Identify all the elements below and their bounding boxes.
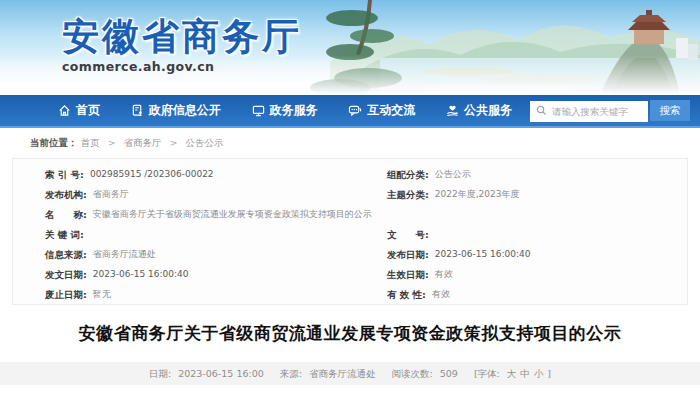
info-row-topic-category: 主题分类: 2022年度,2023年度 xyxy=(387,188,687,207)
breadcrumb-separator: > xyxy=(108,137,116,148)
search-icon xyxy=(536,105,547,116)
meta-font-close: ] xyxy=(547,368,551,379)
info-row-issue-date: 发文日期: 2023-06-15 16:00:40 xyxy=(45,268,365,287)
breadcrumb-label: 当前位置： xyxy=(30,137,78,148)
info-row-publish-date: 发布日期: 2023-06-15 16:00:40 xyxy=(387,248,687,267)
meta-font-label: [字体: xyxy=(474,368,503,379)
chat-icon xyxy=(348,104,362,117)
breadcrumb-separator: > xyxy=(170,137,178,148)
info-column-right: 组配分类: 公告公示 主题分类: 2022年度,2023年度 文 号: 发布日期… xyxy=(365,168,687,308)
info-row-spacer xyxy=(387,208,687,227)
info-column-left: 索 引 号: 002985915 /202306-00022 发布机构: 省商务… xyxy=(13,168,365,308)
nav-item-gov-info[interactable]: 政府信息公开 xyxy=(131,102,221,119)
site-logo[interactable]: 安徽省商务厅 commerce.ah.gov.cn xyxy=(62,17,302,74)
nav-label: 政府信息公开 xyxy=(149,102,221,119)
monitor-icon xyxy=(252,104,265,117)
nav-item-gov-services[interactable]: 政务服务 xyxy=(252,102,318,119)
breadcrumb-item-dept[interactable]: 省商务厅 xyxy=(124,137,162,148)
nav-items: 首页 政府信息公开 政务服务 互动交流 xyxy=(58,102,512,119)
article-meta-bar: 日期: 2023-06-15 16:00来源: 省商务厅流通处阅读次数: 509… xyxy=(0,362,700,385)
breadcrumb: 当前位置： 首页 > 省商务厅 > 公告公示 xyxy=(0,128,700,158)
nav-label: 首页 xyxy=(76,102,100,119)
nav-label: 互动交流 xyxy=(367,102,415,119)
home-icon xyxy=(58,104,71,117)
document-info-panel: 索 引 号: 002985915 /202306-00022 发布机构: 省商务… xyxy=(12,158,688,305)
site-name: 安徽省商务厅 xyxy=(62,17,302,58)
search-button[interactable]: 搜索 xyxy=(650,100,690,121)
site-url: commerce.ah.gov.cn xyxy=(62,59,302,74)
info-row-abolish-date: 废止日期: 暂无 xyxy=(45,288,365,307)
font-size-large-button[interactable]: 大 xyxy=(507,368,517,379)
info-row-index-number: 索 引 号: 002985915 /202306-00022 xyxy=(45,168,365,187)
search-group: 搜索 xyxy=(530,100,690,122)
info-row-keywords: 关 键 词: xyxy=(45,228,365,247)
article-title-section: 安徽省商务厅关于省级商贸流通业发展专项资金政策拟支持项目的公示 xyxy=(0,305,700,362)
nav-item-public-services[interactable]: 公共服务 xyxy=(446,102,512,119)
info-row-info-source: 信息来源: 省商务厅流通处 xyxy=(45,248,365,267)
font-size-small-button[interactable]: 小 xyxy=(534,368,544,379)
nav-item-interaction[interactable]: 互动交流 xyxy=(348,102,415,119)
breadcrumb-item-home[interactable]: 首页 xyxy=(81,137,100,148)
info-row-document-name: 名 称: 安徽省商务厅关于省级商贸流通业发展专项资金政策拟支持项目的公示 xyxy=(45,208,365,227)
nav-label: 公共服务 xyxy=(464,102,512,119)
info-row-validity: 有 效 性: 有效 xyxy=(387,288,687,307)
info-row-category: 组配分类: 公告公示 xyxy=(387,168,687,187)
meta-date: 2023-06-15 16:00 xyxy=(178,368,264,379)
info-row-issuing-agency: 发布机构: 省商务厅 xyxy=(45,188,365,207)
article-title: 安徽省商务厅关于省级商贸流通业发展专项资金政策拟支持项目的公示 xyxy=(79,322,622,345)
nav-item-home[interactable]: 首页 xyxy=(58,102,100,119)
font-size-medium-button[interactable]: 中 xyxy=(520,368,530,379)
main-nav: 首页 政府信息公开 政务服务 互动交流 xyxy=(0,95,700,128)
meta-source: 省商务厅流通处 xyxy=(309,368,376,379)
meta-source-label: 来源: xyxy=(280,368,305,379)
meta-views-label: 阅读次数: xyxy=(392,368,436,379)
info-row-document-number: 文 号: xyxy=(387,228,687,247)
meta-date-label: 日期: xyxy=(149,368,174,379)
document-icon xyxy=(131,104,144,117)
search-input[interactable] xyxy=(530,101,648,122)
breadcrumb-item-notices[interactable]: 公告公示 xyxy=(186,137,224,148)
meta-views-count: 509 xyxy=(440,368,458,379)
info-row-effective-date: 生效日期: 有效 xyxy=(387,268,687,287)
service-icon xyxy=(446,104,459,117)
site-header: 安徽省商务厅 commerce.ah.gov.cn xyxy=(0,0,700,95)
nav-label: 政务服务 xyxy=(270,102,318,119)
